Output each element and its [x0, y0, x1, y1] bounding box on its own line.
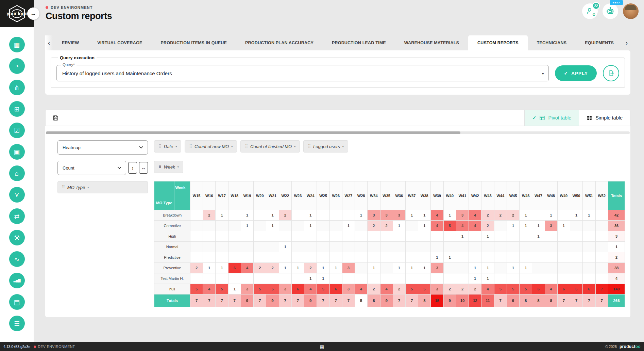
horizontal-scrollbar-thumb[interactable]	[46, 131, 460, 134]
heatmap-cell: 1	[557, 221, 570, 231]
heatmap-cell	[431, 231, 443, 242]
sidebar-checklist-icon[interactable]: ☑	[9, 123, 25, 138]
tab-production-lead-time[interactable]: PRODUCTION LEAD TIME	[323, 35, 395, 50]
row-total-cell: 2	[608, 252, 625, 263]
week-column-header: W35	[380, 181, 393, 210]
query-select[interactable]: Query* History of logged users and Maint…	[56, 65, 549, 81]
tab-production-plan-accuracy[interactable]: PRODUCTION PLAN ACCURACY	[236, 35, 323, 50]
sidebar-analytics-line-icon[interactable]: ∿	[9, 251, 25, 267]
heatmap-cell: 5	[405, 284, 418, 294]
week-column-header: W41	[456, 181, 469, 210]
column-field-chip[interactable]: ⠿ Week ▾	[154, 161, 183, 173]
week-column-header: W28	[355, 181, 368, 210]
tab-production-items-in-queue[interactable]: PRODUCTION ITEMS IN QUEUE	[151, 35, 236, 50]
heatmap-cell: 1	[342, 221, 355, 231]
field-chip-date[interactable]: ⠿Date▾	[154, 140, 181, 153]
tab-equipments[interactable]: EQUIPMENTS	[576, 35, 623, 50]
heatmap-cell: 2	[368, 221, 380, 231]
user-avatar[interactable]	[623, 3, 639, 19]
pivot-table-toggle[interactable]: ✓ Pivot table	[524, 110, 579, 126]
heatmap-cell: 1	[545, 210, 557, 221]
aggregation-select[interactable]: Count	[57, 161, 126, 175]
heatmap-cell: 1	[520, 263, 532, 273]
row-field-chip[interactable]: ⠿ MO Type ▾	[57, 181, 148, 193]
column-total-cell: 7	[190, 294, 203, 307]
heatmap-cell	[368, 231, 380, 242]
simple-table-toggle[interactable]: Simple table	[579, 110, 630, 126]
heatmap-cell: 5	[520, 284, 532, 294]
heatmap-cell: 1	[216, 210, 228, 221]
week-column-header: W38	[418, 181, 431, 210]
heatmap-cell	[583, 273, 595, 284]
tab-custom-reports[interactable]: CUSTOM REPORTS	[468, 35, 528, 50]
sidebar-gauge-icon[interactable]: ◔	[9, 58, 25, 74]
tab-technicians[interactable]: TECHNICIANS	[528, 35, 576, 50]
heatmap-cell	[342, 273, 355, 284]
heatmap-cell	[216, 252, 228, 263]
heatmap-cell	[304, 242, 317, 252]
week-column-header: W26	[329, 181, 342, 210]
user-management-button[interactable]: ⚙ 22	[582, 3, 598, 19]
tabs-scroll-left-button[interactable]: ‹	[45, 35, 53, 50]
assistant-button[interactable]: BETA	[603, 3, 618, 19]
heatmap-cell: 4	[545, 284, 557, 294]
heatmap-cell: 3	[279, 284, 291, 294]
heatmap-cell	[405, 231, 418, 242]
heatmap-cell	[507, 242, 519, 252]
heatmap-cell: 1	[520, 210, 532, 221]
heatmap-cell: 1	[418, 221, 431, 231]
heatmap-cell	[355, 252, 368, 263]
sidebar-logistics-icon[interactable]: ⇄	[9, 208, 25, 224]
heatmap-cell	[279, 231, 291, 242]
sidebar-documents-icon[interactable]: ☰	[9, 316, 25, 331]
save-button[interactable]	[46, 110, 65, 126]
sidebar-dashboard-icon[interactable]: ▦	[9, 37, 25, 52]
week-column-header: W45	[507, 181, 519, 210]
sidebar-folder-icon[interactable]: ▤	[9, 294, 25, 310]
heatmap-cell	[583, 242, 595, 252]
sidebar-machines-icon[interactable]: ⊞	[9, 101, 25, 117]
copyright: © 2025	[605, 345, 617, 349]
sidebar-split-icon[interactable]: ⋎	[9, 187, 25, 203]
chart-type-select[interactable]: Heatmap	[57, 140, 148, 155]
field-chip-label: Date	[164, 144, 173, 149]
field-chip-logged-users[interactable]: ⠿Logged users▾	[303, 140, 348, 153]
apply-button[interactable]: ✓ APPLY	[555, 65, 597, 81]
export-button[interactable]	[603, 65, 619, 81]
tab-warehouse-materials[interactable]: WAREHOUSE MATERIALS	[395, 35, 468, 50]
field-chip-count-of-finished-mo[interactable]: ⠿Count of finished MO▾	[240, 140, 300, 153]
app-launcher-icon[interactable]: ▦	[320, 344, 324, 349]
heatmap-cell: 2	[481, 210, 494, 221]
row-label: Breakdown	[154, 210, 190, 221]
swap-rows-button[interactable]: ↕	[128, 162, 137, 174]
sidebar-workflow-icon[interactable]: ⋔	[9, 80, 25, 95]
heatmap-cell	[481, 242, 494, 252]
heatmap-cell: 1	[241, 221, 253, 231]
heatmap-cell	[254, 231, 266, 242]
sidebar-warehouse-icon[interactable]: ⌂	[9, 165, 25, 181]
heatmap-cell: 1	[203, 263, 216, 273]
field-chip-count-of-new-mo[interactable]: ⠿Count of new MO▾	[185, 140, 237, 153]
tab-virtual-coverage[interactable]: VIRTUAL COVERAGE	[88, 35, 151, 50]
column-total-cell: 7	[216, 294, 228, 307]
caret-down-icon: ▾	[342, 145, 344, 148]
sidebar-tools-icon[interactable]: ⚒	[9, 230, 25, 245]
heatmap-cell: 5	[443, 221, 456, 231]
heatmap-cell: 5	[317, 284, 329, 294]
tabs-scroll-right-button[interactable]: ›	[623, 35, 630, 50]
swap-columns-button[interactable]: ↔	[139, 162, 148, 174]
heatmap-cell: 1	[443, 252, 456, 263]
heatmap-cell: 2	[380, 221, 393, 231]
query-select-label: Query*	[61, 63, 77, 67]
heatmap-cell	[254, 242, 266, 252]
heatmap-cell: 1	[355, 210, 368, 221]
heatmap-cell	[380, 263, 393, 273]
heatmap-cell	[469, 231, 481, 242]
sidebar-analytics-bar-icon[interactable]: ▂▅▇	[9, 273, 25, 288]
column-total-cell: 7	[393, 294, 405, 307]
robot-chat-icon	[606, 6, 615, 16]
sidebar-expand-button[interactable]: →	[27, 7, 39, 20]
heatmap-cell	[190, 210, 203, 221]
sidebar-package-icon[interactable]: ▣	[9, 144, 25, 160]
tab-overview[interactable]: ERVIEW	[53, 35, 88, 50]
